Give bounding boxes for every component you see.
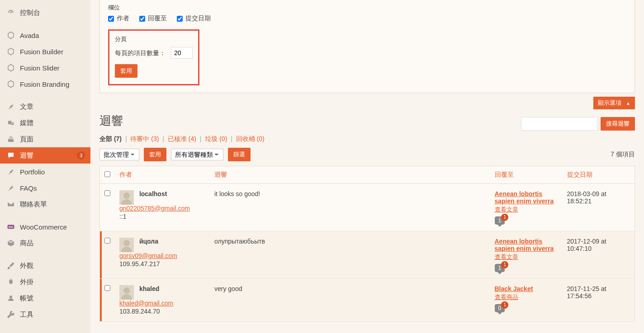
sidebar-item-woocommerce[interactable]: woo WooCommerce (0, 219, 90, 235)
checkbox-reply[interactable] (139, 16, 145, 22)
reply-post-link[interactable]: Aenean lobortis sapien enim viverra (495, 238, 554, 252)
avatar (119, 285, 134, 300)
comment-text: it looks so good! (210, 183, 490, 231)
sidebar-item-fusion-slider[interactable]: Fusion Slider (0, 60, 90, 76)
sidebar-item-label: 外掛 (20, 278, 85, 286)
table-row: йцола gorsv09@gmail.com 109.95.47.217 ол… (100, 231, 635, 278)
triangle-up-icon: ▲ (626, 101, 630, 106)
sidebar-item-products[interactable]: 商品 (0, 235, 90, 251)
author-email-link[interactable]: khaled@gmail.com (119, 300, 173, 307)
author-ip: 109.95.47.217 (119, 260, 205, 267)
sidebar-item-label: 帳號 (20, 294, 85, 303)
view-post-link[interactable]: 查看文章 (495, 206, 558, 214)
sidebar-item-label: 工具 (20, 310, 85, 319)
sidebar-item-label: Fusion Builder (20, 48, 85, 56)
per-page-label: 每頁的項目數量： (115, 49, 166, 56)
bulk-action-select[interactable]: 批次管理 (99, 149, 139, 160)
main-content: 欄位 作者 回覆至 提交日期 分頁 每頁的項目數量： 套用 顯示選項 ▲ 迴響 (90, 0, 644, 333)
pagination-highlight-box: 分頁 每頁的項目數量： 套用 (108, 29, 199, 85)
status-filter-links: 全部 (7) | 待審中 (3) | 已核准 (4) | 垃圾 (0) | 回收… (99, 135, 635, 143)
sidebar-item-label: 媒體 (20, 119, 85, 127)
sidebar-item-users[interactable]: 帳號 (0, 290, 90, 306)
row-checkbox[interactable] (104, 285, 110, 291)
sidebar-item-pages[interactable]: 頁面 (0, 131, 90, 147)
per-page-input[interactable] (171, 47, 193, 59)
pending-badge: 1 (501, 214, 508, 221)
sidebar-item-contact[interactable]: 聯絡表單 (0, 196, 90, 212)
media-icon (6, 118, 15, 127)
filter-approved[interactable]: 已核准 (4) (168, 135, 196, 142)
col-reply-to[interactable]: 回覆至 (490, 166, 563, 183)
sidebar-item-label: 外觀 (20, 262, 85, 270)
reply-post-link[interactable]: Aenean lobortis sapien enim viverra (495, 190, 554, 205)
column-toggle-author[interactable]: 作者 (108, 14, 129, 23)
sidebar-item-fusion-builder[interactable]: Fusion Builder (0, 43, 90, 60)
pin-icon (6, 102, 15, 111)
author-name: йцола (139, 238, 158, 245)
sidebar-item-appearance[interactable]: 外觀 (0, 258, 90, 274)
col-date[interactable]: 提交日期 (563, 166, 635, 183)
date-text: 2017-11-25 at 17:54:56 (563, 278, 635, 321)
reply-post-link[interactable]: Black Jacket (495, 285, 533, 292)
comment-text: олупрытаюбьытв (210, 231, 490, 278)
author-email-link[interactable]: gn02205785@gmail.com (119, 205, 190, 212)
admin-sidebar: 控制台 Avada Fusion Builder Fusion Slider F… (0, 0, 90, 333)
search-comments-button[interactable]: 搜尋迴響 (601, 117, 635, 131)
svg-point-2 (9, 295, 12, 298)
col-author[interactable]: 作者 (115, 166, 210, 183)
column-toggle-reply[interactable]: 回覆至 (139, 14, 167, 23)
sidebar-item-comments[interactable]: 迴響 3 (0, 147, 90, 164)
comment-type-select[interactable]: 所有迴響種類 (171, 149, 223, 160)
user-icon (6, 294, 15, 303)
hex-icon (6, 31, 15, 40)
bulk-apply-button[interactable]: 套用 (144, 148, 166, 161)
filter-trash[interactable]: 回收桶 (0) (236, 135, 265, 142)
sidebar-item-label: WooCommerce (20, 223, 85, 231)
pin-icon (6, 167, 15, 176)
pending-count-badge: 3 (77, 151, 85, 159)
sidebar-item-plugins[interactable]: 外掛 (0, 274, 90, 290)
author-email-link[interactable]: gorsv09@gmail.com (119, 252, 177, 259)
sidebar-item-dashboard[interactable]: 控制台 (0, 5, 90, 21)
sidebar-item-media[interactable]: 媒體 (0, 115, 90, 131)
view-post-link[interactable]: 查看商品 (495, 293, 558, 301)
brush-icon (6, 261, 15, 270)
author-name: khaled (139, 285, 159, 292)
checkbox-author[interactable] (108, 16, 114, 22)
avatar (119, 190, 134, 205)
checkbox-date[interactable] (177, 16, 183, 22)
screen-options-toggle-button[interactable]: 顯示選項 ▲ (593, 97, 635, 109)
search-comments-input[interactable] (521, 117, 598, 131)
view-post-link[interactable]: 查看文章 (495, 253, 558, 261)
comment-bubble[interactable]: 1 1 (495, 264, 505, 272)
sidebar-item-posts[interactable]: 文章 (0, 98, 90, 115)
sidebar-item-fusion-branding[interactable]: Fusion Branding (0, 76, 90, 92)
columns-heading: 欄位 (108, 4, 626, 12)
sidebar-item-label: FAQs (20, 184, 85, 192)
table-nav: 批次管理 套用 所有迴響種類 篩選 7 個項目 (99, 148, 635, 161)
row-checkbox[interactable] (104, 190, 110, 196)
column-toggle-date[interactable]: 提交日期 (177, 14, 211, 23)
item-count: 7 個項目 (611, 150, 635, 159)
avatar (119, 238, 134, 252)
select-all-checkbox[interactable] (104, 171, 110, 177)
sidebar-item-label: 文章 (20, 103, 85, 111)
author-ip: 103.89.244.70 (119, 308, 205, 315)
filter-pending[interactable]: 待審中 (3) (130, 135, 159, 142)
col-checkbox (100, 166, 115, 183)
filter-button[interactable]: 篩選 (228, 148, 251, 161)
sidebar-item-label: 控制台 (20, 9, 85, 17)
pending-badge: 1 (501, 261, 508, 268)
comment-bubble[interactable]: 1 1 (495, 216, 505, 225)
sidebar-item-portfolio[interactable]: Portfolio (0, 164, 90, 180)
table-row: localhost gn02205785@gmail.com ::1 it lo… (100, 183, 635, 231)
row-checkbox[interactable] (104, 238, 110, 244)
sidebar-item-tools[interactable]: 工具 (0, 306, 90, 323)
sidebar-item-avada[interactable]: Avada (0, 27, 90, 43)
apply-screen-options-button[interactable]: 套用 (115, 64, 137, 78)
comment-bubble[interactable]: 0 1 (495, 304, 505, 312)
date-text: 2018-03-09 at 18:52:21 (563, 183, 635, 231)
sidebar-item-faqs[interactable]: FAQs (0, 180, 90, 196)
hex-icon (6, 63, 15, 72)
filter-spam[interactable]: 垃圾 (0) (205, 135, 227, 142)
